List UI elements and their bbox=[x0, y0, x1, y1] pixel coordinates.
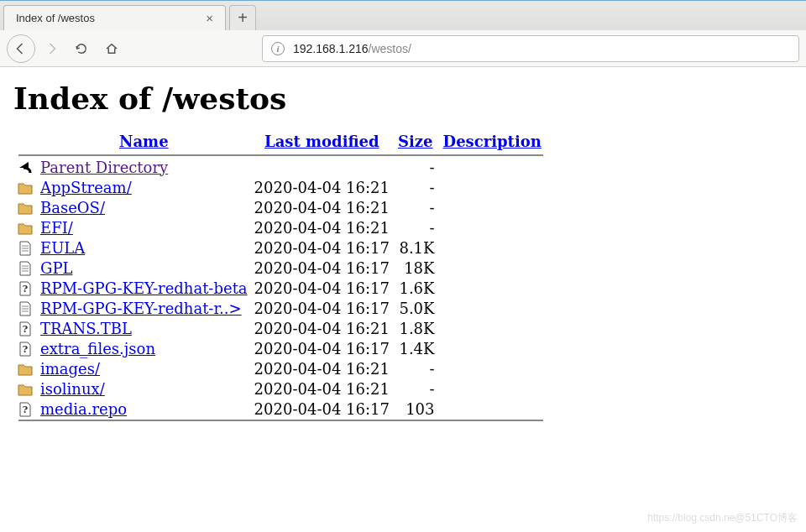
entry-name[interactable]: isolinux/ bbox=[37, 378, 251, 399]
address-bar[interactable]: i 192.168.1.216/westos/ bbox=[262, 35, 799, 62]
entry-name[interactable]: media.repo bbox=[37, 399, 251, 419]
entry-description bbox=[438, 318, 547, 338]
file-type-icon: ? bbox=[13, 318, 37, 338]
entry-size: - bbox=[393, 378, 438, 399]
entry-name[interactable]: GPL bbox=[37, 258, 251, 278]
header-name[interactable]: Name bbox=[37, 129, 251, 154]
entry-name[interactable]: EFI/ bbox=[37, 217, 251, 237]
entry-modified: 2020-04-04 16:21 bbox=[251, 217, 393, 237]
entry-modified: 2020-04-04 16:17 bbox=[251, 258, 393, 278]
file-type-icon bbox=[13, 237, 37, 258]
file-type-icon bbox=[13, 197, 37, 217]
entry-modified bbox=[251, 157, 393, 177]
entry-modified: 2020-04-04 16:17 bbox=[251, 338, 393, 358]
back-button[interactable] bbox=[7, 34, 35, 63]
browser-tab[interactable]: Index of /westos × bbox=[3, 5, 226, 30]
entry-size: 103 bbox=[393, 399, 438, 419]
entry-description bbox=[438, 157, 547, 177]
svg-text:?: ? bbox=[23, 344, 28, 355]
watermark-text: https://blog.csdn.ne@51CTO博客 bbox=[647, 511, 798, 525]
entry-description bbox=[438, 338, 547, 358]
table-row: ?media.repo2020-04-04 16:17103 bbox=[13, 399, 547, 419]
entry-name[interactable]: RPM-GPG-KEY-redhat-beta bbox=[37, 278, 251, 298]
table-row: isolinux/2020-04-04 16:21- bbox=[13, 378, 547, 399]
page-title: Index of /westos bbox=[13, 81, 793, 116]
close-tab-icon[interactable]: × bbox=[201, 11, 218, 25]
page-content: Index of /westos Name Last modified Size… bbox=[0, 67, 806, 436]
entry-modified: 2020-04-04 16:21 bbox=[251, 197, 393, 217]
entry-size: - bbox=[393, 197, 438, 217]
table-row: EULA2020-04-04 16:178.1K bbox=[13, 237, 547, 258]
reload-button[interactable] bbox=[67, 34, 96, 63]
entry-description bbox=[438, 177, 547, 197]
table-row: ?TRANS.TBL2020-04-04 16:211.8K bbox=[13, 318, 547, 338]
file-type-icon bbox=[13, 157, 37, 177]
entry-size: 1.4K bbox=[393, 338, 438, 358]
entry-size: - bbox=[393, 177, 438, 197]
header-row: Name Last modified Size Description bbox=[13, 129, 547, 154]
entry-modified: 2020-04-04 16:21 bbox=[251, 318, 393, 338]
entry-size: 5.0K bbox=[393, 298, 438, 318]
entry-size: - bbox=[393, 217, 438, 237]
file-type-icon: ? bbox=[13, 399, 37, 419]
forward-button[interactable] bbox=[37, 34, 65, 63]
table-row: EFI/2020-04-04 16:21- bbox=[13, 217, 547, 237]
header-size[interactable]: Size bbox=[393, 129, 438, 154]
entry-size: - bbox=[393, 157, 438, 177]
arrow-right-icon bbox=[44, 41, 59, 56]
entry-size: - bbox=[393, 358, 438, 378]
entry-name[interactable]: images/ bbox=[37, 358, 251, 378]
table-row: images/2020-04-04 16:21- bbox=[13, 358, 547, 378]
entry-modified: 2020-04-04 16:21 bbox=[251, 358, 393, 378]
file-type-icon bbox=[13, 217, 37, 237]
entry-modified: 2020-04-04 16:17 bbox=[251, 399, 393, 419]
entry-description bbox=[438, 278, 547, 298]
entry-size: 1.6K bbox=[393, 278, 438, 298]
reload-icon bbox=[74, 41, 89, 56]
entry-name[interactable]: BaseOS/ bbox=[37, 197, 251, 217]
entry-name[interactable]: TRANS.TBL bbox=[37, 318, 251, 338]
tab-bar: Index of /westos × + bbox=[0, 0, 806, 30]
svg-text:?: ? bbox=[23, 404, 28, 415]
file-type-icon: ? bbox=[13, 278, 37, 298]
table-row: ?extra_files.json2020-04-04 16:171.4K bbox=[13, 338, 547, 358]
header-description[interactable]: Description bbox=[438, 129, 547, 154]
entry-description bbox=[438, 237, 547, 258]
entry-modified: 2020-04-04 16:17 bbox=[251, 237, 393, 258]
header-last-modified[interactable]: Last modified bbox=[251, 129, 393, 154]
tab-title: Index of /westos bbox=[16, 12, 201, 24]
entry-description bbox=[438, 298, 547, 318]
entry-name[interactable]: extra_files.json bbox=[37, 338, 251, 358]
file-type-icon: ? bbox=[13, 338, 37, 358]
file-type-icon bbox=[13, 378, 37, 399]
entry-modified: 2020-04-04 16:21 bbox=[251, 378, 393, 399]
entry-size: 8.1K bbox=[393, 237, 438, 258]
entry-name[interactable]: RPM-GPG-KEY-redhat-r..> bbox=[37, 298, 251, 318]
svg-text:?: ? bbox=[23, 284, 28, 295]
entry-size: 18K bbox=[393, 258, 438, 278]
entry-description bbox=[438, 258, 547, 278]
entry-name[interactable]: AppStream/ bbox=[37, 177, 251, 197]
table-row: ?RPM-GPG-KEY-redhat-beta2020-04-04 16:17… bbox=[13, 278, 547, 298]
directory-listing: Name Last modified Size Description Pare… bbox=[13, 129, 547, 422]
table-row: RPM-GPG-KEY-redhat-r..>2020-04-04 16:175… bbox=[13, 298, 547, 318]
new-tab-button[interactable]: + bbox=[229, 5, 256, 30]
entry-modified: 2020-04-04 16:21 bbox=[251, 177, 393, 197]
arrow-left-icon bbox=[13, 41, 29, 56]
home-button[interactable] bbox=[97, 34, 126, 63]
home-icon bbox=[104, 41, 119, 56]
info-icon[interactable]: i bbox=[271, 42, 285, 55]
svg-text:?: ? bbox=[23, 324, 28, 335]
entry-description bbox=[438, 217, 547, 237]
entry-size: 1.8K bbox=[393, 318, 438, 338]
entry-description bbox=[438, 378, 547, 399]
table-row: AppStream/2020-04-04 16:21- bbox=[13, 177, 547, 197]
entry-modified: 2020-04-04 16:17 bbox=[251, 298, 393, 318]
file-type-icon bbox=[13, 358, 37, 378]
table-row: Parent Directory- bbox=[13, 157, 547, 177]
entry-name[interactable]: EULA bbox=[37, 237, 251, 258]
entry-description bbox=[438, 358, 547, 378]
entry-name[interactable]: Parent Directory bbox=[37, 157, 251, 177]
browser-toolbar: i 192.168.1.216/westos/ bbox=[0, 30, 806, 67]
file-type-icon bbox=[13, 298, 37, 318]
